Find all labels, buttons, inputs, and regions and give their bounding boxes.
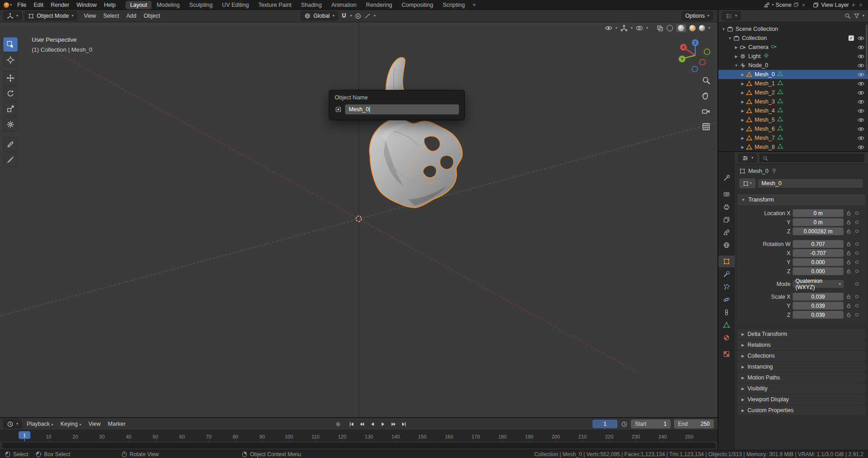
collection-checkbox[interactable]: ✓ <box>848 35 854 41</box>
viewport-menu-select[interactable]: Select <box>100 12 123 20</box>
section-collections[interactable]: ▶Collections <box>737 351 865 361</box>
section-delta-transform[interactable]: ▶Delta Transform <box>737 329 865 339</box>
visibility-eye-icon[interactable] <box>858 126 864 133</box>
animate-decorator-icon[interactable] <box>855 251 858 255</box>
viewport-menu-add[interactable]: Add <box>123 12 140 20</box>
frame-clock-icon[interactable] <box>621 421 628 428</box>
lock-icon[interactable] <box>846 294 852 300</box>
prev-keyframe-button[interactable] <box>357 419 366 428</box>
workspace-tab-rendering[interactable]: Rendering <box>361 1 397 9</box>
current-frame-field[interactable]: 1 <box>592 419 618 428</box>
breadcrumb-object[interactable]: Mesh_0 <box>748 168 768 174</box>
object-name-field[interactable]: Mesh_0 <box>757 178 863 188</box>
visibility-eye-icon[interactable] <box>858 108 864 114</box>
lock-icon[interactable] <box>846 250 852 256</box>
outliner-row-mesh-2[interactable]: ▶Mesh_2 <box>718 88 868 97</box>
properties-tab-scene[interactable] <box>719 227 734 238</box>
workspace-tab-scripting[interactable]: Scripting <box>438 1 469 9</box>
play-reverse-button[interactable] <box>368 419 377 428</box>
scene-icon[interactable] <box>764 2 770 8</box>
overlays-toggle-icon[interactable] <box>636 25 643 32</box>
lock-icon[interactable] <box>846 312 852 318</box>
expand-arrow-icon[interactable]: ▶ <box>739 91 746 95</box>
snap-chevron-icon[interactable]: ▾ <box>350 14 352 18</box>
falloff-curve-icon[interactable] <box>364 13 371 20</box>
value-field[interactable]: 0.039 <box>793 293 844 300</box>
expand-arrow-icon[interactable]: ▶ <box>739 118 746 122</box>
workspace-tab-layout[interactable]: Layout <box>126 1 152 9</box>
timeline-menu-keying[interactable]: Keying ▾ <box>57 420 85 428</box>
section-relations[interactable]: ▶Relations <box>737 340 865 350</box>
remove-view-layer-icon[interactable] <box>858 2 863 8</box>
outliner-row-mesh-7[interactable]: ▶Mesh_7 <box>718 133 868 143</box>
gizmos-toggle-icon[interactable] <box>620 25 628 32</box>
animate-decorator-icon[interactable] <box>855 282 858 286</box>
menu-file[interactable]: File <box>14 1 30 9</box>
animate-decorator-icon[interactable] <box>855 230 858 233</box>
transform-orientation-dropdown[interactable]: Global ▾ <box>301 11 338 20</box>
properties-editor-type-button[interactable]: ▾ <box>738 153 757 163</box>
section-custom-properties[interactable]: ▶Custom Properties <box>737 405 865 415</box>
visibility-eye-icon[interactable] <box>858 53 864 60</box>
visibility-eye-icon[interactable] <box>858 98 864 105</box>
new-scene-icon[interactable] <box>793 2 799 8</box>
visibility-eye-icon[interactable] <box>858 35 864 42</box>
timeline-ruler[interactable]: 1 10203040506070809010011012013014015016… <box>0 430 717 441</box>
view-layer-name[interactable]: View Layer <box>821 2 849 8</box>
value-field[interactable]: 0.000 <box>793 258 844 266</box>
timeline-scrollbar[interactable] <box>2 443 716 448</box>
properties-tab-output[interactable] <box>719 201 734 213</box>
camera-view-button[interactable] <box>702 107 711 117</box>
outliner-row-camera[interactable]: ▶Camera <box>718 43 868 52</box>
properties-tab-particles[interactable] <box>719 281 734 293</box>
end-frame-field[interactable]: End250 <box>674 419 714 428</box>
shading-material-button[interactable] <box>689 25 696 31</box>
new-view-layer-icon[interactable] <box>851 2 856 8</box>
animate-decorator-icon[interactable] <box>855 242 858 246</box>
workspace-tab-animation[interactable]: Animation <box>327 1 361 9</box>
value-field[interactable]: 0.039 <box>793 302 844 310</box>
tool-measure-button[interactable] <box>3 153 18 167</box>
menu-edit[interactable]: Edit <box>30 1 47 9</box>
properties-tab-material[interactable] <box>719 332 734 344</box>
outliner-row-mesh-8[interactable]: ▶Mesh_8 <box>718 143 868 152</box>
expand-arrow-icon[interactable]: ▶ <box>739 73 746 77</box>
visibility-eye-icon[interactable] <box>858 71 864 78</box>
lock-icon[interactable] <box>846 303 852 309</box>
section-viewport-display[interactable]: ▶Viewport Display <box>737 394 865 404</box>
expand-arrow-icon[interactable]: ▼ <box>727 36 733 40</box>
value-field[interactable]: 0 m <box>793 209 844 217</box>
outliner-row-collection[interactable]: ▼Collection✓ <box>718 34 868 43</box>
outliner-filter-icon[interactable] <box>853 13 860 19</box>
shading-solid-button[interactable] <box>676 24 686 32</box>
gizmos-chevron-icon[interactable]: ▾ <box>631 26 633 30</box>
pan-hand-button[interactable] <box>702 91 711 102</box>
tool-select-box-button[interactable] <box>3 37 18 52</box>
shading-wireframe-button[interactable] <box>667 25 673 31</box>
properties-tab-object[interactable] <box>718 256 735 267</box>
next-keyframe-button[interactable] <box>389 419 398 428</box>
visibility-eye-icon[interactable] <box>858 80 864 87</box>
expand-arrow-icon[interactable]: ▶ <box>733 45 740 49</box>
outliner-row-node-0[interactable]: ▼Node_0 <box>718 61 868 70</box>
expand-arrow-icon[interactable]: ▶ <box>739 136 746 140</box>
expand-arrow-icon[interactable]: ▼ <box>720 27 727 31</box>
timeline-menu-marker[interactable]: Marker <box>104 420 129 428</box>
tool-scale-button[interactable] <box>3 102 18 116</box>
visibility-chevron-icon[interactable]: ▾ <box>615 26 617 30</box>
unlink-scene-icon[interactable] <box>801 2 806 8</box>
workspace-tab-shading[interactable]: Shading <box>297 1 327 9</box>
outliner-row-mesh-4[interactable]: ▶Mesh_4 <box>718 106 868 115</box>
options-button[interactable]: Options ▾ <box>682 11 713 20</box>
properties-tab-render[interactable] <box>719 188 734 200</box>
lock-icon[interactable] <box>846 241 852 247</box>
falloff-chevron-icon[interactable]: ▾ <box>374 14 375 18</box>
lock-icon[interactable] <box>846 268 852 274</box>
outliner-row-mesh-0[interactable]: ▶Mesh_0 <box>718 70 868 79</box>
outliner-row-mesh-1[interactable]: ▶Mesh_1 <box>718 79 868 88</box>
shading-rendered-button[interactable] <box>699 25 705 31</box>
lock-icon[interactable] <box>846 228 852 234</box>
workspace-tab-uv-editing[interactable]: UV Editing <box>218 1 254 9</box>
properties-search-input[interactable] <box>760 154 864 162</box>
animate-decorator-icon[interactable] <box>855 270 858 273</box>
